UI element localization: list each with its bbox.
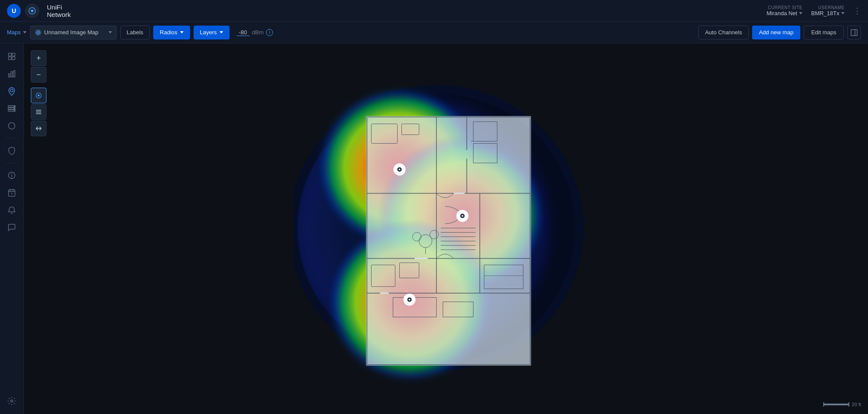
heatmap-svg [293, 72, 618, 384]
map-selector-icon [35, 29, 42, 36]
current-site-label: CURRENT SITE [768, 5, 802, 10]
sidebar-divider-2 [5, 163, 18, 163]
svg-rect-12 [13, 71, 15, 77]
ap-device-1[interactable] [393, 164, 405, 176]
current-site-info: CURRENT SITE Miranda Net [766, 5, 802, 16]
svg-point-13 [10, 89, 13, 92]
svg-point-29 [11, 400, 13, 402]
heatmap-container [293, 72, 618, 386]
app-icon [25, 4, 39, 18]
sidebar-item-clients[interactable] [4, 118, 20, 134]
sidebar-item-alerts[interactable] [4, 202, 20, 218]
edit-maps-button[interactable]: Edit maps [804, 26, 844, 39]
sidebar-item-settings[interactable] [4, 393, 20, 409]
scale-bar-label: 20 ft [852, 402, 861, 407]
zoom-out-button[interactable]: − [31, 67, 46, 82]
map-selector[interactable]: Unnamed Image Map [30, 26, 117, 39]
recenter-button[interactable] [31, 88, 46, 103]
sidebar-item-statistics[interactable] [4, 66, 20, 82]
ap-device-2[interactable] [456, 210, 468, 222]
dbm-info-icon[interactable]: i [266, 29, 273, 36]
maps-dropdown-arrow [23, 31, 26, 33]
resize-button[interactable] [31, 121, 46, 136]
scale-bar: 20 ft [823, 402, 861, 407]
sidebar-item-dashboard[interactable] [4, 49, 20, 64]
maps-dropdown[interactable]: Maps [7, 29, 26, 36]
layers-dropdown-arrow [220, 31, 223, 33]
dbm-control: -80 dBm i [237, 29, 273, 36]
radios-button[interactable]: Radios [153, 26, 190, 39]
svg-point-31 [38, 95, 40, 97]
svg-rect-9 [12, 57, 15, 60]
sidebar-item-devices[interactable] [4, 101, 20, 116]
svg-point-19 [14, 110, 15, 112]
layers-button[interactable]: Layers [194, 26, 230, 39]
app-title: UniFi Network [47, 3, 71, 18]
toolbar: Maps Unnamed Image Map Labels Radios Lay… [0, 22, 868, 43]
zoom-in-button[interactable]: + [31, 50, 46, 66]
map-dropdown-arrow [108, 31, 112, 33]
site-dropdown-arrow [799, 12, 802, 14]
svg-rect-6 [9, 53, 12, 56]
kebab-menu-icon[interactable]: ⋮ [853, 6, 861, 16]
svg-point-18 [14, 108, 15, 109]
svg-point-28 [11, 193, 13, 194]
panel-toggle-button[interactable] [847, 26, 861, 39]
sidebar-item-security[interactable] [4, 143, 20, 158]
sidebar-item-info[interactable] [4, 168, 20, 183]
toolbar-right: Auto Channels Add new map Edit maps [698, 26, 861, 39]
svg-point-3 [37, 32, 39, 33]
svg-point-1 [31, 10, 33, 12]
auto-channels-button[interactable]: Auto Channels [698, 26, 748, 39]
scale-bar-line [823, 404, 849, 405]
map-name: Unnamed Image Map [44, 29, 106, 36]
sidebar-item-calendar[interactable] [4, 185, 20, 200]
svg-rect-24 [9, 190, 15, 196]
svg-point-20 [9, 123, 15, 129]
svg-rect-8 [9, 57, 12, 60]
username-value[interactable]: BMR_18Tx [811, 10, 845, 16]
svg-rect-11 [11, 72, 12, 77]
ctrl-spacer [31, 83, 46, 87]
sidebar-item-chat[interactable] [4, 220, 20, 235]
svg-point-23 [11, 174, 12, 174]
svg-point-82 [461, 215, 463, 217]
username-label: USERNAME [818, 5, 845, 10]
maps-label: Maps [7, 29, 21, 36]
current-site-value[interactable]: Miranda Net [766, 10, 802, 16]
main-content: + − [0, 43, 868, 414]
unifi-logo: U [7, 4, 21, 18]
svg-rect-4 [851, 30, 857, 36]
sidebar-item-maps[interactable] [4, 83, 20, 99]
username-info: USERNAME BMR_18Tx [811, 5, 845, 16]
radios-dropdown-arrow [180, 31, 184, 33]
ap-device-3[interactable] [403, 294, 415, 306]
dbm-unit: dBm [252, 29, 264, 36]
sidebar [0, 43, 24, 414]
top-header-right: CURRENT SITE Miranda Net USERNAME BMR_18… [766, 5, 861, 16]
username-dropdown-arrow [841, 12, 845, 14]
sidebar-divider-1 [5, 138, 18, 138]
list-view-button[interactable] [31, 104, 46, 120]
svg-rect-10 [9, 74, 10, 77]
top-header: U UniFi Network CURRENT SITE Miranda Net… [0, 0, 868, 22]
svg-point-86 [408, 299, 410, 301]
labels-button[interactable]: Labels [120, 26, 150, 39]
dbm-value[interactable]: -80 [237, 29, 250, 36]
svg-point-78 [398, 169, 400, 171]
add-new-map-button[interactable]: Add new map [752, 26, 801, 39]
map-controls: + − [31, 50, 46, 136]
svg-rect-7 [12, 53, 15, 56]
logo-area: U UniFi Network [7, 3, 31, 18]
map-area[interactable]: + − [24, 43, 868, 414]
svg-point-17 [14, 106, 15, 107]
